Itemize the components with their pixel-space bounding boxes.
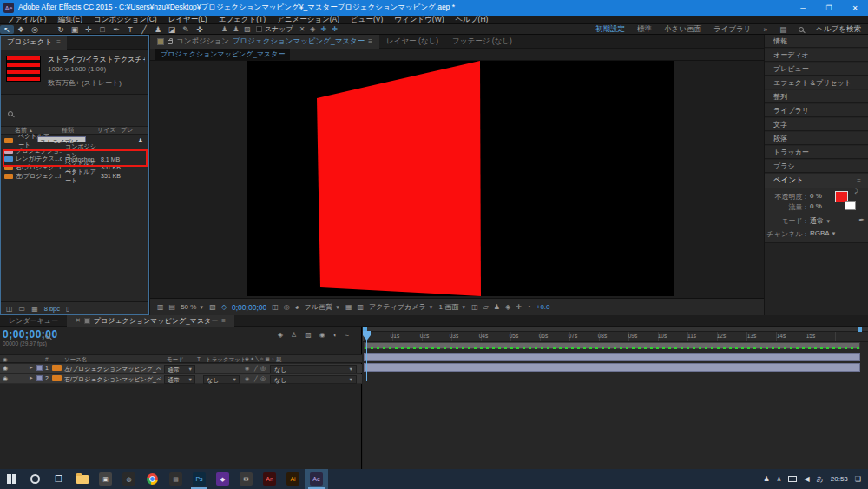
- panel-menu-icon[interactable]: ≡: [56, 38, 61, 46]
- project-search-icon[interactable]: [8, 111, 13, 116]
- new-composition-icon[interactable]: ▦: [31, 305, 38, 313]
- comp-mini-flowchart-icon[interactable]: ◈: [278, 331, 283, 339]
- snap-aux-icon-1[interactable]: ✕: [299, 25, 306, 33]
- eraser-tool-icon[interactable]: ◪: [165, 25, 179, 34]
- action-center-icon[interactable]: ❏: [855, 475, 861, 483]
- menu-help[interactable]: ヘルプ(H): [456, 15, 489, 25]
- mode-select[interactable]: 通常 ▼: [810, 216, 831, 226]
- file-explorer-icon[interactable]: [70, 469, 94, 489]
- mask-aux-icon-2[interactable]: ♟: [233, 25, 239, 33]
- project-row-left[interactable]: 左/プロジェク...i ベクトルアート 351 KB: [1, 172, 148, 181]
- after-effects-icon[interactable]: Ae: [305, 469, 328, 489]
- column-size[interactable]: サイズ: [97, 126, 121, 135]
- layer-switches[interactable]: ◉ ╱: [245, 365, 260, 371]
- parent-pickwhip-icon[interactable]: ◎: [260, 375, 266, 382]
- mask-aux-icon-3[interactable]: ▨: [244, 25, 251, 33]
- clock[interactable]: 20:53: [831, 475, 848, 483]
- layer-switches[interactable]: ◉ ╱: [245, 375, 260, 381]
- show-snapshot-icon[interactable]: ◎: [284, 303, 290, 311]
- viewer-timecode[interactable]: 0;00;00;00: [232, 303, 266, 312]
- draft-3d-icon[interactable]: ♙: [291, 331, 297, 339]
- timeline-track-area[interactable]: 01s 02s 03s 04s 05s 06s 07s 08s 09s 10s …: [363, 327, 868, 469]
- panel-tab-effects-presets[interactable]: エフェクト＆プリセット: [765, 76, 868, 89]
- paint-panel-header[interactable]: ペイント ≡: [765, 174, 868, 188]
- work-area-bar[interactable]: [364, 342, 860, 349]
- workspace-libraries[interactable]: ライブラリ: [713, 24, 752, 35]
- ime-indicator[interactable]: あ: [817, 474, 824, 484]
- network-tray-icon[interactable]: [788, 476, 797, 482]
- workspace-switcher-icon[interactable]: ▤: [779, 25, 786, 34]
- project-bit-depth[interactable]: 8 bpc: [44, 305, 60, 313]
- composition-viewer[interactable]: [150, 61, 764, 298]
- puppet-tool-icon[interactable]: ✜: [193, 25, 207, 34]
- snap-checkbox[interactable]: [256, 26, 262, 32]
- panel-tab-paragraph[interactable]: 段落: [765, 132, 868, 145]
- timeline-comp-tab[interactable]: ✕ プロジェクションマッピング_マスター ≡: [67, 315, 234, 327]
- swap-colors-icon[interactable]: ⤸: [854, 188, 858, 195]
- panel-tab-audio[interactable]: オーディオ: [765, 49, 868, 62]
- shape-tool-icon[interactable]: □: [95, 25, 109, 34]
- camera-tool-icon[interactable]: ▣: [68, 25, 82, 34]
- eye-icon[interactable]: ◉: [3, 375, 8, 382]
- layer-duration-bar-2[interactable]: [364, 363, 860, 372]
- layer-source-name[interactable]: 左/プロジェクションマッピング_ベース.ai: [64, 365, 161, 373]
- flow-value[interactable]: 0 %: [810, 202, 822, 210]
- hand-tool-icon[interactable]: ❖: [14, 25, 28, 34]
- help-search-icon[interactable]: [799, 27, 804, 32]
- opacity-value[interactable]: 0 %: [810, 192, 822, 200]
- panel-menu-icon[interactable]: ≡: [857, 177, 861, 185]
- parent-select[interactable]: なし▼: [270, 365, 357, 373]
- animate-icon[interactable]: An: [258, 469, 281, 489]
- photoshop-icon[interactable]: Ps: [187, 469, 211, 489]
- rotate-tool-icon[interactable]: ↻: [54, 25, 68, 34]
- channels-icon[interactable]: ◕: [295, 303, 299, 311]
- menu-edit[interactable]: 編集(E): [58, 15, 82, 25]
- workspace-small-screen[interactable]: 小さい画面: [664, 24, 701, 35]
- pen-tool-icon[interactable]: ✒: [109, 25, 123, 34]
- maximize-button[interactable]: ❐: [816, 0, 842, 16]
- blend-mode-select[interactable]: 通常▼: [164, 365, 195, 373]
- background-color-swatch[interactable]: [845, 201, 856, 210]
- workspace-default[interactable]: 初期設定: [595, 24, 625, 35]
- expand-arrow-icon[interactable]: ►: [29, 365, 34, 370]
- panel-tab-character[interactable]: 文字: [765, 118, 868, 131]
- guides-icon[interactable]: ▥: [358, 303, 365, 311]
- zoom-level-select[interactable]: 50 %▼: [181, 303, 204, 311]
- mail-app-icon[interactable]: ✉: [234, 469, 258, 489]
- minimize-button[interactable]: ─: [790, 0, 816, 16]
- project-tab[interactable]: プロジェクト ≡: [1, 36, 67, 50]
- chrome-icon[interactable]: [141, 469, 164, 489]
- interpret-footage-icon[interactable]: ◫: [6, 305, 13, 313]
- workspace-standard[interactable]: 標準: [637, 24, 652, 35]
- channels-select[interactable]: RGBA ▼: [810, 229, 836, 237]
- timeline-search-icon[interactable]: [45, 334, 50, 339]
- snapshot-icon[interactable]: ◫: [272, 303, 279, 311]
- exposure-value[interactable]: +0.0: [536, 303, 550, 311]
- eyedropper-icon[interactable]: ✒: [858, 216, 865, 224]
- hide-shy-layers-icon[interactable]: ▧: [305, 331, 312, 339]
- close-tab-icon[interactable]: ✕: [76, 317, 81, 324]
- mask-aux-icon-1[interactable]: ♟: [221, 25, 227, 33]
- workspace-more-chevron[interactable]: »: [763, 25, 767, 34]
- start-button[interactable]: [0, 469, 23, 489]
- illustrator-icon[interactable]: Ai: [281, 469, 305, 489]
- menu-animation[interactable]: アニメーション(A): [277, 15, 339, 25]
- time-ruler[interactable]: 01s 02s 03s 04s 05s 06s 07s 08s 09s 10s …: [363, 332, 868, 342]
- parent-select[interactable]: なし▼: [270, 375, 357, 384]
- cortana-button[interactable]: [23, 469, 47, 489]
- column-pre[interactable]: プレ: [121, 126, 138, 135]
- track-matte-select[interactable]: [203, 365, 240, 373]
- trash-icon[interactable]: ▯: [66, 305, 69, 313]
- panel-menu-icon[interactable]: ≡: [368, 37, 372, 45]
- frame-blending-icon[interactable]: ◉: [319, 331, 326, 339]
- column-mode[interactable]: モード: [167, 356, 184, 364]
- layer-viewer-tab[interactable]: レイヤー (なし): [379, 35, 445, 49]
- graph-editor-icon[interactable]: ≈: [345, 331, 349, 339]
- composition-breadcrumb[interactable]: プロジェクションマッピング_マスター: [155, 49, 290, 60]
- help-search-field[interactable]: ヘルプを検索: [816, 24, 861, 35]
- text-tool-icon[interactable]: T: [123, 25, 137, 34]
- layer-color-label[interactable]: [36, 365, 43, 371]
- footage-viewer-tab[interactable]: フッテージ (なし): [445, 35, 519, 49]
- adjust-exposure-icon[interactable]: ◔: [527, 303, 531, 311]
- expand-arrow-icon[interactable]: ►: [29, 375, 34, 380]
